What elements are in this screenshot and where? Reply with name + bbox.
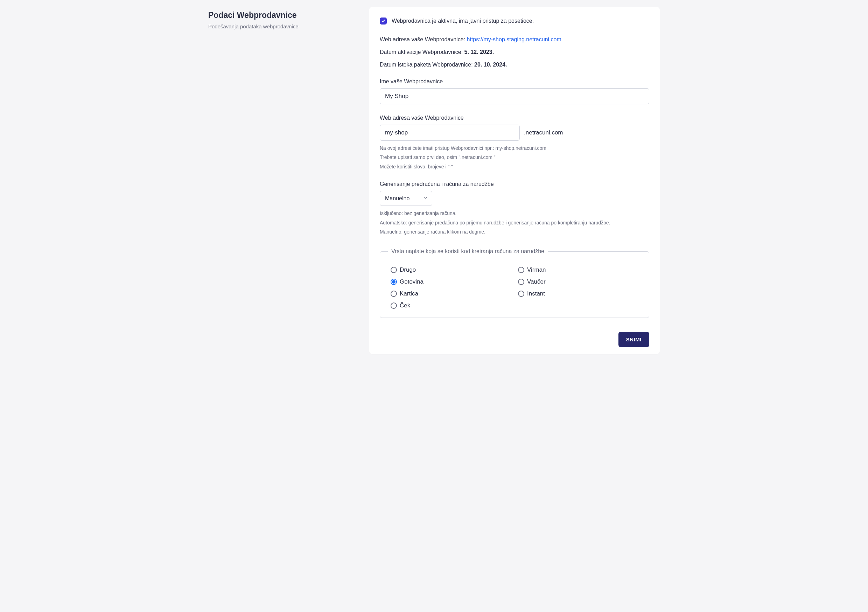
payment-type-fieldset: Vrsta naplate koja se koristi kod kreira…	[380, 248, 649, 318]
expiry-date-label: Datum isteka paketa Webprodavnice:	[380, 62, 474, 68]
radio-icon	[391, 267, 397, 273]
web-address-link[interactable]: https://my-shop.staging.netracuni.com	[467, 36, 561, 42]
radio-icon	[391, 303, 397, 309]
invoice-gen-label: Generisanje predračuna i računa za narud…	[380, 181, 649, 187]
settings-card: Webprodavnica je aktivna, ima javni pris…	[369, 7, 660, 354]
radio-icon	[518, 279, 524, 285]
radio-label: Ček	[400, 302, 410, 309]
help-text-line: Na ovoj adresi ćete imati pristup Webpro…	[380, 144, 649, 152]
radio-icon	[391, 279, 397, 285]
active-checkbox-label: Webprodavnica je aktivna, ima javni pris…	[392, 18, 534, 24]
payment-type-radio[interactable]: Ček	[391, 302, 511, 309]
shop-name-input[interactable]	[380, 88, 649, 104]
active-checkbox[interactable]	[380, 17, 387, 25]
expiry-date-value: 20. 10. 2024.	[474, 62, 507, 68]
activation-date-label: Datum aktivacije Webprodavnice:	[380, 49, 465, 55]
radio-icon	[518, 267, 524, 273]
shop-address-label: Web adresa vaše Webprodavnice	[380, 115, 649, 121]
radio-label: Virman	[527, 266, 546, 273]
radio-label: Gotovina	[400, 278, 423, 285]
shop-name-label: Ime vaše Webprodavnice	[380, 78, 649, 85]
radio-icon	[518, 290, 524, 297]
payment-type-radio[interactable]: Virman	[518, 266, 639, 273]
invoice-gen-help: Isključeno: bez generisanja računa. Auto…	[380, 210, 649, 236]
invoice-gen-select[interactable]: Manuelno	[380, 191, 432, 206]
radio-icon	[391, 290, 397, 297]
help-text-line: Isključeno: bez generisanja računa.	[380, 210, 649, 217]
payment-type-radio[interactable]: Instant	[518, 290, 639, 297]
activation-date-info: Datum aktivacije Webprodavnice: 5. 12. 2…	[380, 49, 649, 55]
payment-type-radio[interactable]: Kartica	[391, 290, 511, 297]
payment-type-legend: Vrsta naplate koja se koristi kod kreira…	[388, 248, 548, 255]
radio-label: Drugo	[400, 266, 416, 273]
domain-suffix: .netracuni.com	[524, 129, 563, 136]
check-icon	[381, 19, 385, 23]
web-address-info: Web adresa vaše Webprodavnice: https://m…	[380, 36, 649, 43]
save-button[interactable]: SNIMI	[618, 332, 649, 347]
expiry-date-info: Datum isteka paketa Webprodavnice: 20. 1…	[380, 62, 649, 68]
help-text-line: Trebate upisati samo prvi deo, osim ".ne…	[380, 153, 649, 161]
radio-label: Vaučer	[527, 278, 546, 285]
radio-label: Instant	[527, 290, 545, 297]
shop-address-help: Na ovoj adresi ćete imati pristup Webpro…	[380, 144, 649, 171]
payment-type-radio[interactable]: Gotovina	[391, 278, 511, 285]
help-text-line: Automatsko: generisanje predačuna po pri…	[380, 219, 649, 227]
page-title: Podaci Webprodavnice	[208, 11, 355, 20]
web-address-label: Web adresa vaše Webprodavnice:	[380, 36, 467, 42]
activation-date-value: 5. 12. 2023.	[465, 49, 494, 55]
shop-address-input[interactable]	[380, 125, 520, 141]
payment-type-radio[interactable]: Drugo	[391, 266, 511, 273]
radio-label: Kartica	[400, 290, 418, 297]
help-text-line: Manuelno: generisanje računa klikom na d…	[380, 228, 649, 236]
help-text-line: Možete koristiti slova, brojeve i "-"	[380, 163, 649, 171]
page-subtitle: Podešavanja podataka webprodavnice	[208, 23, 355, 30]
payment-type-radio[interactable]: Vaučer	[518, 278, 639, 285]
